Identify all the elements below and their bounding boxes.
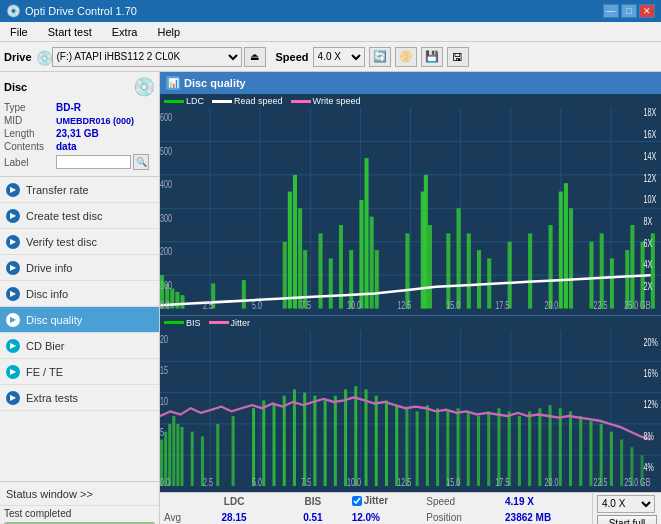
titlebar: 💿 Opti Drive Control 1.70 — □ ✕: [0, 0, 661, 22]
sidebar-item-create-test-disc[interactable]: ▶ Create test disc: [0, 203, 159, 229]
ldc-legend-color: [164, 100, 184, 103]
svg-text:4X: 4X: [644, 258, 653, 271]
disc-section-title: Disc: [4, 81, 27, 93]
drive-bar: Drive 💿 (F:) ATAPI iHBS112 2 CL0K ⏏ Spee…: [0, 42, 661, 72]
svg-rect-52: [610, 258, 614, 308]
drive-disc-icon: 💿: [36, 50, 50, 64]
svg-text:4%: 4%: [644, 461, 654, 473]
svg-rect-134: [528, 411, 531, 486]
status-window-button[interactable]: Status window >>: [0, 482, 159, 506]
jitter-legend-label: Jitter: [231, 318, 251, 328]
svg-text:10X: 10X: [644, 192, 657, 205]
menu-file[interactable]: File: [4, 24, 34, 40]
svg-rect-126: [446, 411, 449, 486]
sidebar: Disc 💿 Type BD-R MID UMEBDR016 (000) Len…: [0, 72, 160, 524]
main-area: Disc 💿 Type BD-R MID UMEBDR016 (000) Len…: [0, 72, 661, 524]
svg-text:0.0: 0.0: [160, 477, 170, 486]
disc-write-button[interactable]: 💾: [421, 47, 443, 67]
svg-rect-31: [359, 200, 363, 309]
speed-select[interactable]: 4.0 X: [313, 47, 365, 67]
svg-text:2X: 2X: [644, 279, 653, 292]
bis-legend-color: [164, 321, 184, 324]
svg-rect-49: [569, 208, 573, 308]
menu-help[interactable]: Help: [151, 24, 186, 40]
create-test-disc-icon: ▶: [6, 209, 20, 223]
svg-rect-122: [405, 408, 408, 486]
sidebar-item-disc-info[interactable]: ▶ Disc info: [0, 281, 159, 307]
svg-text:2.5: 2.5: [203, 477, 213, 486]
svg-text:12.5: 12.5: [397, 477, 411, 486]
svg-rect-105: [216, 423, 219, 486]
svg-text:200: 200: [160, 244, 172, 257]
svg-rect-38: [428, 225, 432, 309]
svg-rect-118: [364, 389, 367, 486]
label-label: Label: [4, 157, 56, 168]
svg-rect-107: [252, 408, 255, 486]
ldc-column-header: LDC: [190, 493, 278, 510]
svg-rect-120: [385, 400, 388, 486]
svg-rect-117: [354, 386, 357, 486]
avg-bis: 0.51: [278, 510, 347, 524]
svg-rect-142: [610, 431, 613, 486]
svg-rect-21: [242, 280, 246, 308]
fe-te-icon: ▶: [6, 365, 20, 379]
sidebar-item-fe-te[interactable]: ▶ FE / TE: [0, 359, 159, 385]
sidebar-item-verify-test-disc[interactable]: ▶ Verify test disc: [0, 229, 159, 255]
svg-rect-127: [457, 408, 460, 486]
sidebar-status: Status window >> Test completed 100.0% 3…: [0, 481, 159, 524]
menu-extra[interactable]: Extra: [106, 24, 144, 40]
length-label: Length: [4, 128, 56, 139]
svg-rect-135: [538, 408, 541, 486]
jitter-checkbox[interactable]: [352, 496, 362, 506]
menu-start-test[interactable]: Start test: [42, 24, 98, 40]
avg-label: Avg: [160, 510, 190, 524]
svg-rect-23: [288, 192, 292, 309]
close-button[interactable]: ✕: [639, 4, 655, 18]
minimize-button[interactable]: —: [603, 4, 619, 18]
svg-text:10.0: 10.0: [347, 298, 361, 309]
speed-down-button[interactable]: 🔄: [369, 47, 391, 67]
svg-text:20.0: 20.0: [544, 298, 558, 309]
maximize-button[interactable]: □: [621, 4, 637, 18]
svg-rect-129: [477, 416, 480, 486]
jitter-column-header: Jitter: [364, 495, 388, 506]
svg-rect-130: [487, 411, 490, 486]
sidebar-item-extra-tests[interactable]: ▶ Extra tests: [0, 385, 159, 411]
svg-rect-101: [176, 423, 179, 486]
start-full-button[interactable]: Start full: [597, 515, 657, 524]
label-input[interactable]: [56, 155, 131, 169]
svg-rect-138: [569, 411, 572, 486]
svg-rect-100: [172, 416, 175, 486]
svg-text:6X: 6X: [644, 236, 653, 249]
svg-rect-121: [395, 405, 398, 486]
sidebar-item-disc-quality[interactable]: ▶ Disc quality: [0, 307, 159, 333]
content-area: 📊 Disc quality LDC Read speed Write spee…: [160, 72, 661, 524]
avg-jitter: 12.0%: [348, 510, 423, 524]
lower-chart: BIS Jitter: [160, 316, 661, 492]
sidebar-item-transfer-rate[interactable]: ▶ Transfer rate: [0, 177, 159, 203]
svg-text:25.0 GB: 25.0 GB: [624, 477, 650, 486]
svg-text:17.5: 17.5: [495, 298, 509, 309]
svg-text:16%: 16%: [644, 367, 658, 379]
svg-text:7.5: 7.5: [301, 298, 311, 309]
label-search-button[interactable]: 🔍: [133, 154, 149, 170]
drive-select[interactable]: (F:) ATAPI iHBS112 2 CL0K: [52, 47, 242, 67]
svg-text:2.5: 2.5: [203, 298, 213, 309]
sidebar-item-drive-info[interactable]: ▶ Drive info: [0, 255, 159, 281]
svg-text:25.0 GB: 25.0 GB: [624, 298, 650, 309]
upper-chart-svg: 18X 16X 14X 12X 10X 8X 6X 4X 2X 600 500 …: [160, 108, 661, 309]
disc-read-button[interactable]: 📀: [395, 47, 417, 67]
upper-legend: LDC Read speed Write speed: [160, 94, 661, 108]
svg-text:0.0: 0.0: [160, 298, 170, 309]
sidebar-item-cd-bier[interactable]: ▶ CD Bier: [0, 333, 159, 359]
chart-icon: 📊: [166, 76, 180, 90]
svg-rect-42: [477, 250, 481, 308]
svg-text:20: 20: [160, 333, 168, 345]
eject-button[interactable]: ⏏: [244, 47, 266, 67]
svg-rect-54: [630, 225, 634, 309]
svg-rect-102: [180, 427, 183, 486]
svg-text:15: 15: [160, 364, 168, 376]
svg-text:5: 5: [160, 426, 164, 438]
save-button[interactable]: 🖫: [447, 47, 469, 67]
speed-result-select[interactable]: 4.0 X: [597, 495, 655, 513]
